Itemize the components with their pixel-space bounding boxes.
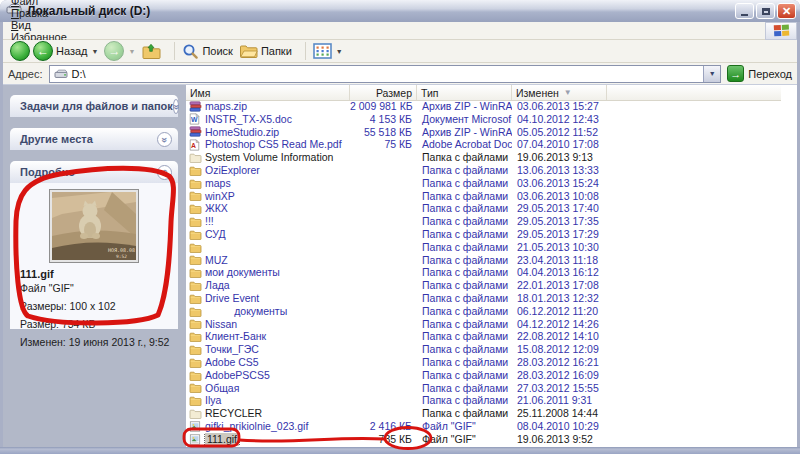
file-name: RECYCLER bbox=[205, 407, 262, 420]
file-row[interactable]: AdobePSCS5Папка с файлами28.03.2012 16:0… bbox=[186, 369, 781, 382]
panel-details[interactable]: Подробно » bbox=[10, 161, 178, 183]
folder-icon bbox=[189, 344, 202, 355]
folder-icon bbox=[189, 242, 202, 253]
column-header-modified[interactable]: Изменен▼ bbox=[512, 85, 607, 100]
column-header-name[interactable]: Имя bbox=[186, 85, 350, 100]
file-modified: 15.08.2012 12:09 bbox=[512, 343, 607, 356]
file-name: СУД bbox=[205, 228, 226, 241]
folders-button[interactable]: Папки bbox=[239, 43, 292, 59]
file-row[interactable]: NissanПапка с файлами04.12.2012 14:26 bbox=[186, 318, 781, 331]
file-size bbox=[350, 151, 417, 164]
file-row[interactable]: мои документыПапка с файлами04.04.2013 1… bbox=[186, 266, 781, 279]
file-row[interactable]: APhotoshop CS5 Read Me.pdf75 КБAdobe Acr… bbox=[186, 138, 781, 151]
file-size bbox=[350, 330, 417, 343]
file-type: Папка с файлами bbox=[417, 215, 512, 228]
go-label: Переход bbox=[748, 68, 792, 80]
column-header-type[interactable]: Тип bbox=[417, 85, 512, 100]
file-row[interactable]: System Volume InformationПапка с файлами… bbox=[186, 151, 781, 164]
menu-item[interactable]: Вид bbox=[3, 19, 75, 31]
file-type: Папка с файлами bbox=[417, 266, 512, 279]
folder-icon bbox=[189, 254, 202, 265]
back-dropdown-icon[interactable]: ▼ bbox=[92, 48, 99, 55]
file-row[interactable]: СУДПапка с файлами29.05.2013 17:29 bbox=[186, 228, 781, 241]
file-row[interactable]: Adobe CS5Папка с файлами28.03.2012 16:21 bbox=[186, 356, 781, 369]
forward-button[interactable]: → ▼ bbox=[104, 41, 135, 61]
folder-icon bbox=[189, 382, 202, 393]
file-size bbox=[350, 266, 417, 279]
file-row[interactable]: Drive EventПапка с файлами18.01.2013 12:… bbox=[186, 292, 781, 305]
file-row[interactable]: документыПапка с файлами06.12.2012 11:20 bbox=[186, 305, 781, 318]
chevron-down-icon[interactable]: » bbox=[157, 132, 172, 147]
file-name: Photoshop CS5 Read Me.pdf bbox=[205, 138, 342, 151]
file-size bbox=[350, 318, 417, 331]
file-row[interactable]: ЖКХПапка с файлами29.05.2013 17:40 bbox=[186, 202, 781, 215]
folder-icon bbox=[189, 216, 202, 227]
file-size bbox=[350, 407, 417, 420]
panel-title: Задачи для файлов и папок bbox=[20, 100, 173, 112]
menu-item[interactable]: Правка bbox=[3, 7, 75, 19]
chevron-up-icon[interactable]: » bbox=[157, 165, 172, 180]
file-row[interactable]: winXPПапка с файлами03.06.2013 10:08 bbox=[186, 190, 781, 203]
file-row[interactable]: IlyaПапка с файлами21.06.2011 9:31 bbox=[186, 394, 781, 407]
close-button[interactable]: ✕ bbox=[777, 3, 796, 19]
address-dropdown-icon[interactable]: ▼ bbox=[703, 66, 720, 82]
file-row[interactable]: RECYCLERПапка с файлами25.11.2008 14:44 bbox=[186, 407, 781, 420]
file-row[interactable]: 111.gif735 КБФайл "GIF"19.06.2013 9:52 bbox=[186, 433, 781, 446]
file-row[interactable]: MUZПапка с файлами23.04.2013 11:18 bbox=[186, 254, 781, 267]
toolbar-separator bbox=[305, 42, 306, 60]
file-size bbox=[350, 394, 417, 407]
file-type: Папка с файлами bbox=[417, 305, 512, 318]
back-button[interactable]: ← Назад ▼ bbox=[10, 41, 98, 61]
file-row[interactable]: Папка с файлами21.05.2013 10:30 bbox=[186, 241, 781, 254]
file-row[interactable]: Точки_ГЭСПапка с файлами15.08.2012 12:09 bbox=[186, 343, 781, 356]
folder-icon bbox=[189, 229, 202, 240]
views-button[interactable]: ▼ bbox=[313, 43, 343, 59]
file-size bbox=[350, 343, 417, 356]
file-size bbox=[350, 382, 417, 395]
file-row[interactable]: OziExplorerПапка с файлами13.06.2013 13:… bbox=[186, 164, 781, 177]
up-button[interactable] bbox=[141, 42, 161, 60]
views-icon bbox=[313, 43, 332, 59]
file-row[interactable]: !!!Папка с файлами29.05.2013 17:35 bbox=[186, 215, 781, 228]
views-dropdown-icon[interactable]: ▼ bbox=[336, 48, 343, 55]
file-name: Adobe CS5 bbox=[205, 356, 259, 369]
file-name: Клиент-Банк bbox=[205, 330, 266, 343]
file-modified: 04.04.2013 16:12 bbox=[512, 266, 607, 279]
file-modified: 21.05.2013 10:30 bbox=[512, 241, 607, 254]
folder-icon bbox=[189, 267, 202, 278]
file-name: Nissan bbox=[205, 318, 237, 331]
toolbar: ← Назад ▼ → ▼ Поиск Пап bbox=[3, 40, 797, 63]
column-header-size[interactable]: Размер bbox=[350, 85, 417, 100]
file-row[interactable]: ОбщаяПапка с файлами27.03.2012 15:55 bbox=[186, 382, 781, 395]
chevron-down-icon[interactable]: » bbox=[173, 99, 180, 114]
file-size bbox=[350, 279, 417, 292]
toolbar-separator bbox=[174, 42, 175, 60]
folder-icon bbox=[189, 280, 202, 291]
file-row[interactable]: HomeStudio.zip55 518 КБАрхив ZIP - WinRA… bbox=[186, 126, 781, 139]
file-row[interactable]: WINSTR_TX-X5.doc4 153 КБДокумент Microso… bbox=[186, 113, 781, 126]
search-button[interactable]: Поиск bbox=[182, 43, 232, 60]
file-row[interactable]: gifki_prikiolnie_023.gif2 416 КБФайл "GI… bbox=[186, 420, 781, 433]
pdf-icon: A bbox=[189, 139, 202, 151]
file-modified: 22.08.2012 14:10 bbox=[512, 330, 607, 343]
file-row[interactable]: Клиент-БанкПапка с файлами22.08.2012 14:… bbox=[186, 330, 781, 343]
title-bar[interactable]: Локальный диск (D:) ✕ bbox=[0, 0, 800, 22]
file-row[interactable]: maps.zip2 009 981 КБАрхив ZIP - WinRAR03… bbox=[186, 100, 781, 113]
file-row[interactable]: mapsПапка с файлами03.06.2013 15:24 bbox=[186, 177, 781, 190]
file-type: Папка с файлами bbox=[417, 190, 512, 203]
address-label: Адрес: bbox=[8, 68, 43, 80]
file-type: Папка с файлами bbox=[417, 343, 512, 356]
address-bar: Адрес: D:\ ▼ → Переход bbox=[3, 63, 797, 85]
file-type: Папка с файлами bbox=[417, 394, 512, 407]
panel-file-tasks[interactable]: Задачи для файлов и папок » bbox=[10, 95, 178, 117]
address-input[interactable]: D:\ ▼ bbox=[49, 65, 722, 83]
go-button[interactable]: → Переход bbox=[727, 65, 792, 82]
minimize-button[interactable] bbox=[735, 3, 754, 19]
file-row[interactable]: ЛадаПапка с файлами22.01.2013 17:08 bbox=[186, 279, 781, 292]
folder-icon bbox=[189, 395, 202, 406]
maximize-button[interactable] bbox=[756, 3, 775, 19]
task-pane-sidebar: Задачи для файлов и папок » Другие места… bbox=[3, 85, 186, 447]
file-name: AdobePSCS5 bbox=[205, 369, 270, 382]
panel-other-places[interactable]: Другие места » bbox=[10, 128, 178, 150]
file-modified: 19.06.2013 9:13 bbox=[512, 151, 607, 164]
